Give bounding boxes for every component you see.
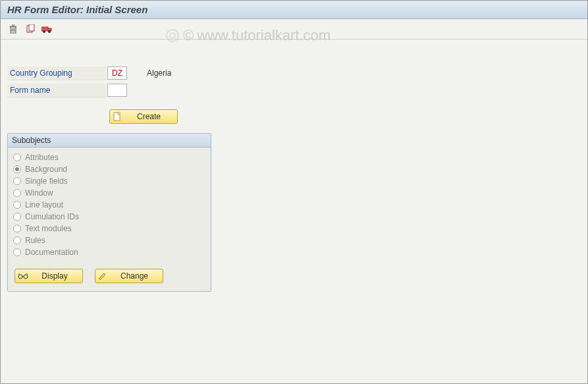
copy-icon[interactable] [24,23,36,35]
trash-icon[interactable] [7,23,19,35]
radio-label: Text modules [25,224,72,233]
svg-line-19 [26,273,28,275]
transport-icon[interactable] [41,23,53,35]
display-button-label: Display [32,271,77,281]
radio-background[interactable]: Background [13,163,205,175]
svg-line-18 [18,273,20,275]
change-button[interactable]: Change [95,269,163,283]
svg-point-11 [48,30,51,33]
groupbox-actions: Display Change [13,269,205,283]
label-form-name: Form name [7,84,106,97]
input-country-grouping[interactable] [107,67,127,80]
radio-label: Documentation [25,248,78,257]
radio-documentation[interactable]: Documentation [13,246,205,258]
radio-icon [13,177,21,185]
toolbar [1,19,587,40]
svg-rect-8 [41,27,48,31]
radio-label: Line layout [25,200,63,209]
radio-icon [13,153,21,161]
svg-point-15 [18,275,22,279]
svg-rect-14 [114,113,120,121]
groupbox-subobjects: Subobjects Attributes Background Single … [7,133,211,292]
radio-icon [13,213,21,221]
glasses-icon [18,272,28,280]
field-row-formname: Form name [7,83,581,97]
radio-icon [13,189,21,197]
radio-icon [13,165,21,173]
radio-rules[interactable]: Rules [13,234,205,246]
radio-single-fields[interactable]: Single fields [13,175,205,187]
display-button[interactable]: Display [14,269,83,283]
radio-window[interactable]: Window [13,187,205,199]
radio-text-modules[interactable]: Text modules [13,223,205,234]
radio-icon [13,225,21,233]
content-area: Country Grouping Algeria Form name Creat… [1,40,587,298]
radio-label: Cumulation IDs [25,212,79,221]
radio-icon [13,201,21,209]
svg-point-16 [24,275,28,279]
pencil-icon [98,271,107,281]
create-row: Create [109,109,581,124]
radio-attributes[interactable]: Attributes [13,151,205,163]
input-form-name[interactable] [107,84,127,97]
radio-icon [13,236,21,244]
document-icon [113,112,122,121]
radio-label: Single fields [25,177,68,186]
radio-label: Window [25,188,53,198]
radio-label: Rules [25,236,45,245]
groupbox-body: Attributes Background Single fields Wind… [8,148,211,291]
radio-line-layout[interactable]: Line layout [13,199,205,211]
field-row-country: Country Grouping Algeria [7,66,581,80]
change-button-label: Change [111,271,157,281]
radio-label: Background [25,165,67,174]
label-country-desc: Algeria [147,69,171,78]
radio-label: Attributes [25,153,59,162]
radio-icon [13,248,21,256]
svg-point-10 [43,30,45,33]
title-bar: HR Form Editor: Initial Screen [1,1,587,19]
groupbox-title: Subobjects [8,134,211,148]
create-button-label: Create [126,112,172,121]
title-text: HR Form Editor: Initial Screen [7,4,147,15]
radio-cumulation-ids[interactable]: Cumulation IDs [13,211,205,223]
svg-rect-7 [29,24,34,31]
create-button[interactable]: Create [109,109,178,124]
label-country-grouping: Country Grouping [7,67,106,80]
